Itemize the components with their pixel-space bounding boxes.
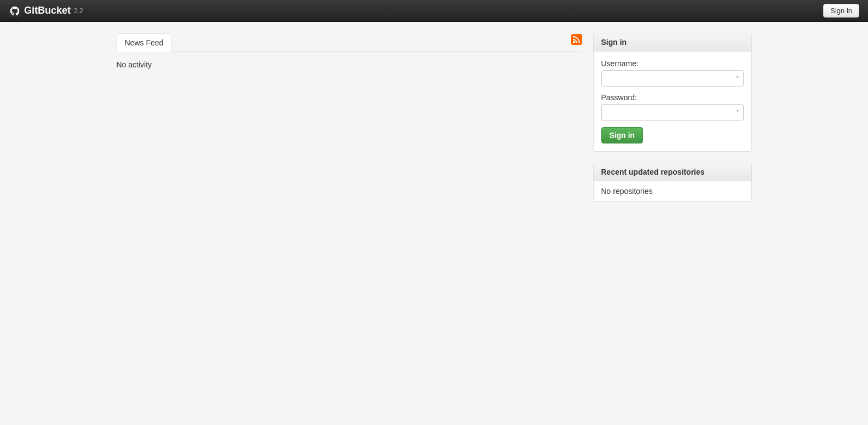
repos-panel-title: Recent updated repositories <box>594 163 751 181</box>
navbar-signin-button[interactable]: Sign in <box>823 4 859 18</box>
repos-panel: Recent updated repositories No repositor… <box>593 163 752 202</box>
gitbucket-logo-icon <box>9 5 21 17</box>
password-form-group: Password: * <box>601 93 744 120</box>
signin-panel-title: Sign in <box>594 33 751 51</box>
password-input-wrapper: * <box>601 104 744 120</box>
username-label: Username: <box>601 59 744 68</box>
username-input[interactable] <box>601 70 744 87</box>
rss-icon[interactable] <box>571 34 582 48</box>
password-label: Password: <box>601 93 744 102</box>
main-container: News Feed No activity <box>106 22 763 223</box>
username-form-group: Username: * <box>601 59 744 87</box>
left-panel: News Feed No activity <box>117 33 582 213</box>
tab-news-feed[interactable]: News Feed <box>117 33 172 51</box>
signin-panel: Sign in Username: * Password: * <box>593 33 752 152</box>
tabs-header: News Feed <box>117 33 582 51</box>
app-name: GitBucket <box>24 5 71 16</box>
app-brand[interactable]: GitBucket 2.2 <box>9 5 83 17</box>
password-input[interactable] <box>601 104 744 120</box>
right-panel: Sign in Username: * Password: * <box>593 33 752 213</box>
content-layout: News Feed No activity <box>117 33 752 213</box>
svg-point-2 <box>573 41 575 43</box>
no-repos-text: No repositories <box>594 181 751 201</box>
tabs-list: News Feed <box>117 33 172 51</box>
no-activity-text: No activity <box>117 60 582 69</box>
username-input-wrapper: * <box>601 70 744 87</box>
app-version: 2.2 <box>74 7 83 15</box>
signin-panel-body: Username: * Password: * Sign in <box>594 51 751 151</box>
tab-news-feed-label: News Feed <box>125 38 164 47</box>
navbar: GitBucket 2.2 Sign in <box>0 0 868 22</box>
signin-button[interactable]: Sign in <box>601 127 643 143</box>
